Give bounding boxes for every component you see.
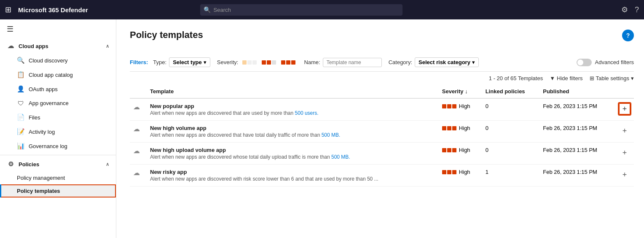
table-count: 1 - 20 of 65 Templates [489, 75, 543, 81]
add-template-button[interactable]: + [619, 169, 631, 181]
row-published-cell: Feb 26, 2023 1:15 PM [539, 121, 615, 143]
add-template-button[interactable]: + [619, 125, 631, 137]
col-template: Template [147, 85, 439, 98]
advanced-filters-switch[interactable] [577, 59, 592, 66]
sidebar-item-activity-log-label: Activity log [29, 129, 55, 135]
hide-filters-button[interactable]: ▼ Hide filters [550, 75, 582, 81]
row-action-cell: + [615, 121, 634, 143]
row-action-cell: + [615, 143, 634, 165]
sidebar-item-app-governance[interactable]: 🛡 App governance [0, 96, 116, 110]
name-filter-input[interactable] [323, 58, 382, 67]
sidebar-item-policy-management[interactable]: Policy management [0, 171, 116, 184]
sev-bar-2 [447, 104, 451, 108]
name-filter-label: Name: [304, 59, 320, 65]
table-row: ☁New popular appAlert when new apps are … [130, 98, 634, 121]
row-desc-text: Alert when new apps are discovered whose… [150, 154, 331, 160]
chevron-up-icon: ∧ [106, 43, 109, 49]
sidebar-section-cloud-apps[interactable]: ☁ Cloud apps ∧ [0, 39, 116, 53]
cloud-discovery-icon: 🔍 [17, 57, 24, 64]
filter-icon: ▼ [550, 75, 555, 81]
sidebar: ☰ ☁ Cloud apps ∧ 🔍 Cloud discovery 📋 Clo… [0, 19, 116, 238]
category-filter-label: Category: [389, 59, 412, 65]
row-severity-cell: High [439, 121, 482, 143]
sidebar-item-activity-log[interactable]: 📝 Activity log [0, 124, 116, 139]
row-desc-link[interactable]: 500 users. [295, 110, 319, 116]
row-template-name: New high volume app [150, 125, 435, 131]
row-action-cell: + [615, 165, 634, 187]
row-template-desc: Alert when new apps are discovered whose… [150, 154, 435, 160]
col-linked-policies: Linked policies [482, 85, 540, 98]
severity-filter-group: Severity: [217, 59, 298, 65]
row-severity-cell: High [439, 165, 482, 187]
template-cloud-icon: ☁ [133, 169, 140, 176]
row-desc-link[interactable]: 500 MB. [331, 154, 350, 160]
templates-table: Template Severity ↓ Linked policies Publ… [130, 85, 634, 187]
type-select-value: Select type [173, 59, 202, 65]
add-template-button[interactable]: + [619, 103, 631, 115]
row-severity-text: High [459, 169, 470, 175]
sidebar-item-cloud-app-catalog-label: Cloud app catalog [29, 72, 73, 78]
sidebar-section-policies[interactable]: ⚙ Policies ∧ [0, 157, 116, 171]
sev-bar-1 [442, 104, 446, 108]
template-cloud-icon: ☁ [133, 147, 140, 154]
row-published-cell: Feb 26, 2023 1:15 PM [539, 165, 615, 187]
category-select-button[interactable]: Select risk category ▾ [415, 57, 479, 67]
name-filter-group: Name: [304, 58, 381, 67]
sidebar-item-cloud-app-catalog[interactable]: 📋 Cloud app catalog [0, 68, 116, 82]
sidebar-item-oauth-apps[interactable]: 👤 OAuth apps [0, 82, 116, 96]
page-title: Policy templates [130, 30, 203, 41]
row-icon-cell: ☁ [130, 165, 147, 187]
body-wrap: ☰ ☁ Cloud apps ∧ 🔍 Cloud discovery 📋 Clo… [0, 19, 644, 238]
app-title: Microsoft 365 Defender [18, 6, 88, 14]
severity-medium-option[interactable] [260, 60, 278, 65]
help-button[interactable]: ? [635, 5, 639, 14]
filters-label: Filters: [130, 59, 148, 65]
filters-row: Filters: Type: Select type ▾ Severity: [130, 57, 634, 67]
severity-filter-label: Severity: [217, 59, 239, 65]
search-input[interactable] [200, 4, 402, 16]
help-circle-icon[interactable]: ? [622, 30, 634, 41]
settings-button[interactable]: ⚙ [621, 5, 628, 14]
waffle-icon[interactable]: ⊞ [5, 5, 11, 14]
sev-bar-3 [452, 104, 456, 108]
advanced-filters-toggle[interactable]: Advanced filters [577, 59, 634, 66]
table-row: ☁New high upload volume appAlert when ne… [130, 143, 634, 165]
top-navigation: ⊞ Microsoft 365 Defender 🔍 ⚙ ? [0, 0, 644, 19]
row-severity-text: High [459, 103, 470, 109]
sidebar-item-policy-templates[interactable]: Policy templates [0, 184, 116, 197]
row-linked-policies-cell: 0 [482, 121, 540, 143]
row-published-date: Feb 26, 2023 1:15 PM [543, 125, 597, 131]
row-severity-indicator: High [442, 103, 479, 109]
sidebar-section-policies-label: Policies [19, 161, 39, 168]
row-severity-indicator: High [442, 125, 479, 131]
files-icon: 📄 [17, 114, 24, 121]
row-template-name: New high upload volume app [150, 147, 435, 153]
category-chevron-icon: ▾ [472, 59, 475, 65]
sidebar-item-cloud-discovery[interactable]: 🔍 Cloud discovery [0, 53, 116, 68]
sidebar-item-governance-log[interactable]: 📊 Governance log [0, 139, 116, 153]
row-severity-cell: High [439, 143, 482, 165]
sev-bar-1 [442, 148, 446, 152]
add-template-button[interactable]: + [619, 147, 631, 159]
col-icon [130, 85, 147, 98]
sidebar-item-files[interactable]: 📄 Files [0, 110, 116, 124]
severity-low-option[interactable] [241, 60, 258, 65]
row-severity-cell: High [439, 98, 482, 121]
type-select-button[interactable]: Select type ▾ [169, 57, 210, 67]
row-desc-link[interactable]: 500 MB. [322, 132, 341, 138]
row-published-cell: Feb 26, 2023 1:15 PM [539, 143, 615, 165]
row-icon-cell: ☁ [130, 143, 147, 165]
oauth-apps-icon: 👤 [17, 85, 24, 93]
row-template-cell: New high upload volume appAlert when new… [147, 143, 439, 165]
row-linked-policies-cell: 0 [482, 98, 540, 121]
row-published-date: Feb 26, 2023 1:15 PM [543, 169, 597, 175]
table-settings-button[interactable]: ⊞ Table settings ▾ [590, 75, 634, 81]
col-severity[interactable]: Severity ↓ [439, 85, 482, 98]
sidebar-hamburger[interactable]: ☰ [0, 19, 116, 39]
severity-high-option[interactable] [279, 60, 297, 65]
sev-bar-3 [452, 170, 456, 174]
category-filter-group: Category: Select risk category ▾ [389, 57, 479, 67]
sidebar-item-policy-templates-label: Policy templates [17, 188, 60, 194]
sidebar-item-files-label: Files [29, 114, 40, 121]
sidebar-item-policy-management-label: Policy management [17, 175, 65, 181]
